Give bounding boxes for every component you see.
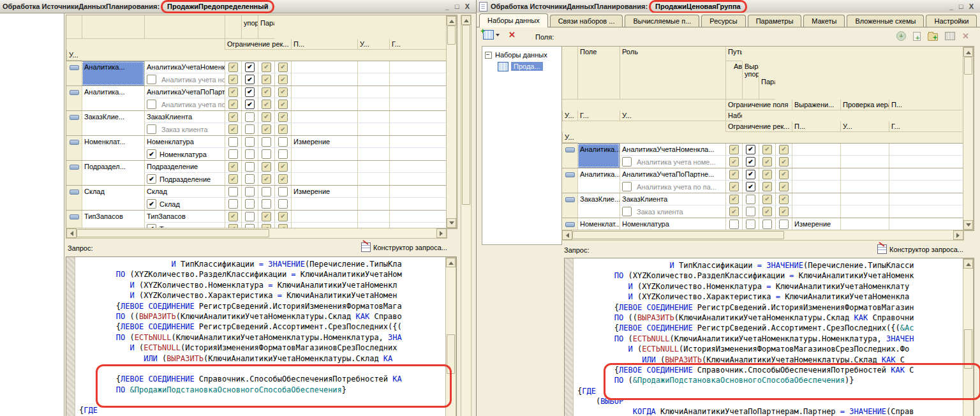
role-cell[interactable]	[291, 198, 357, 210]
checkbox-dim[interactable]	[262, 87, 271, 97]
restriction-checkbox-cell[interactable]	[258, 148, 274, 160]
restriction-checkbox-cell[interactable]	[274, 86, 291, 98]
field-cell[interactable]: Склад	[82, 186, 144, 210]
row-drag-handle[interactable]	[562, 193, 577, 218]
restriction-checkbox-cell[interactable]	[759, 193, 775, 205]
col-p[interactable]: П...	[291, 39, 357, 50]
hierarchy-cell[interactable]	[389, 61, 446, 73]
restriction-checkbox-cell[interactable]	[274, 98, 291, 110]
field-cell[interactable]: ЗаказКлие...	[82, 111, 144, 135]
hierarchy-cell[interactable]	[389, 111, 446, 123]
title-checkbox[interactable]	[622, 207, 632, 216]
path-title-cell[interactable]: Аналитика учета номе...	[620, 156, 725, 168]
restriction-checkbox-cell[interactable]	[225, 186, 241, 198]
checkbox-off[interactable]	[245, 174, 255, 184]
path-title-cell[interactable]: Аналитика учета по па...	[620, 181, 725, 193]
restriction-checkbox-cell[interactable]	[258, 173, 274, 185]
restriction-checkbox-cell[interactable]	[759, 156, 775, 168]
path-cell[interactable]: Подразделение	[144, 161, 225, 173]
role-cell[interactable]	[291, 86, 357, 98]
left-query-constructor-link[interactable]: Конструктор запроса...	[361, 242, 447, 252]
checkbox-off[interactable]	[278, 149, 288, 159]
col-restriction-field[interactable]: Ограничение поля	[725, 100, 792, 110]
datasets-tree[interactable]: Наборы данных Прода...	[482, 46, 562, 245]
checkbox-bold[interactable]	[746, 170, 755, 179]
col-u1[interactable]: У...	[562, 110, 577, 121]
restriction-checkbox-cell[interactable]	[742, 218, 759, 230]
restriction-checkbox-cell[interactable]	[241, 136, 258, 148]
restriction-checkbox-cell[interactable]	[258, 98, 274, 110]
checkbox-bold[interactable]	[746, 145, 755, 154]
checkbox-off[interactable]	[779, 219, 789, 229]
checkbox-dim[interactable]	[228, 174, 238, 184]
restriction-checkbox-cell[interactable]	[742, 193, 759, 205]
title-checkbox[interactable]	[147, 100, 156, 109]
scroll-thumb[interactable]	[964, 57, 972, 75]
row-drag-handle[interactable]	[562, 144, 577, 168]
checkbox-dim[interactable]	[779, 170, 789, 179]
order-expr-cell[interactable]	[357, 123, 389, 135]
checkbox-bold[interactable]	[245, 75, 255, 84]
checkbox-dim[interactable]	[779, 207, 789, 216]
col-u1[interactable]: У...	[840, 121, 889, 132]
tree-item-datasets-root[interactable]: Наборы данных	[484, 49, 560, 61]
table-row-ТипЗапасов[interactable]: ТипЗапасовТипЗапасовТип запасов	[66, 211, 457, 229]
checkbox-dim[interactable]	[762, 145, 772, 154]
scroll-thumb[interactable]	[447, 334, 455, 374]
checkbox-dim[interactable]	[729, 170, 739, 179]
checkbox-bold[interactable]	[245, 87, 255, 97]
hierarchy-cell[interactable]	[889, 181, 962, 193]
minimize-icon[interactable]: _	[949, 3, 953, 10]
order-expr-cell[interactable]	[357, 211, 389, 223]
path-cell[interactable]: АналитикаУчетаПоПартне...	[144, 86, 225, 98]
checkbox-off[interactable]	[262, 187, 271, 197]
checkbox-off[interactable]	[245, 112, 255, 122]
restriction-checkbox-cell[interactable]	[225, 98, 241, 110]
field-cell[interactable]: Номенклат...	[82, 136, 144, 160]
checkbox-off[interactable]	[228, 149, 238, 159]
restriction-checkbox-cell[interactable]	[225, 73, 241, 85]
checkbox-off[interactable]	[262, 199, 271, 209]
checkbox-dim[interactable]	[762, 157, 772, 167]
left-form-vscrollbar[interactable]	[461, 15, 471, 416]
restriction-checkbox-cell[interactable]	[274, 198, 291, 210]
hierarchy-cell[interactable]	[889, 205, 962, 218]
field-cell[interactable]: Подраздел...	[82, 161, 144, 185]
restriction-checkbox-cell[interactable]	[759, 218, 775, 230]
title-checkbox[interactable]	[147, 174, 156, 184]
row-drag-handle[interactable]	[66, 186, 82, 210]
field-cell[interactable]: Аналитика...	[82, 86, 144, 110]
maximize-icon[interactable]: □	[959, 3, 963, 10]
order-expr-cell[interactable]	[357, 148, 389, 160]
minimize-icon[interactable]: _	[445, 3, 449, 10]
hierarchy-cell[interactable]	[389, 98, 446, 110]
restriction-checkbox-cell[interactable]	[274, 73, 291, 85]
restriction-checkbox-cell[interactable]	[225, 86, 241, 98]
restriction-checkbox-cell[interactable]	[759, 168, 775, 181]
order-expr-cell[interactable]	[357, 186, 389, 198]
role-cell[interactable]	[792, 156, 840, 168]
restriction-checkbox-cell[interactable]	[241, 61, 258, 73]
table-row-АналитикаУчетаПоПартне...[interactable]: Аналитика...АналитикаУчетаПоПартне...Ана…	[562, 168, 974, 193]
tab-Настройки[interactable]: Настройки	[926, 15, 977, 27]
order-expr-cell[interactable]	[357, 98, 389, 110]
title-checkbox[interactable]	[622, 182, 632, 191]
restriction-checkbox-cell[interactable]	[225, 198, 241, 210]
restriction-checkbox-cell[interactable]	[258, 161, 274, 173]
tab-Макеты[interactable]: Макеты	[803, 15, 845, 27]
col-g[interactable]: Г...	[577, 110, 620, 121]
col-p[interactable]: П...	[792, 121, 840, 132]
role-cell[interactable]	[792, 193, 840, 205]
restriction-checkbox-cell[interactable]	[274, 161, 291, 173]
left-query-editor[interactable]: И ТипКлассификации = ЗНАЧЕНИЕ(Перечислен…	[66, 256, 457, 416]
restriction-checkbox-cell[interactable]	[274, 136, 291, 148]
restriction-checkbox-cell[interactable]	[241, 73, 258, 85]
col-g[interactable]: Г...	[389, 39, 446, 50]
checkbox-dim[interactable]	[228, 212, 238, 221]
hierarchy-cell[interactable]	[389, 86, 446, 98]
order-expr-cell[interactable]	[840, 181, 889, 193]
left-table-vscrollbar[interactable]	[446, 15, 457, 228]
hierarchy-cell[interactable]	[389, 73, 446, 85]
add-folder-icon[interactable]: +	[928, 33, 938, 41]
field-cell[interactable]: Номенклат...	[577, 218, 620, 231]
